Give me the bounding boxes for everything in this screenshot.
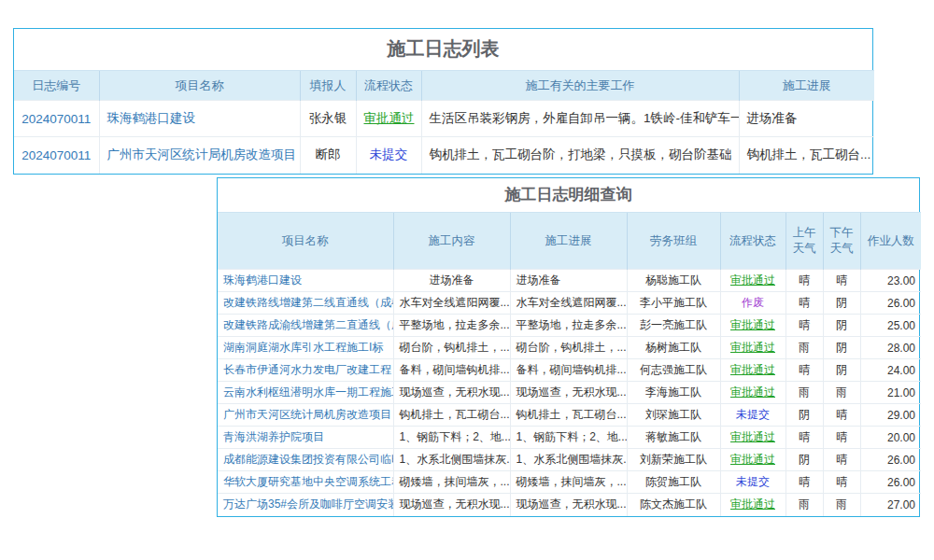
work-content-cell: 现场巡查，无积水现... <box>393 494 510 516</box>
col-header-progress: 施工进展 <box>739 71 874 101</box>
project-link[interactable]: 改建铁路成渝线增建第二直通线（成渝 <box>218 315 393 337</box>
am-weather-cell: 晴 <box>785 427 823 449</box>
log-detail-table: 项目名称 施工内容 施工进展 劳务班组 流程状态 上午天气 下午天气 作业人数 … <box>218 212 921 516</box>
status-link[interactable]: 审批通过 <box>720 315 785 337</box>
progress-cell: 砌矮墙，抹间墙灰，... <box>510 471 627 494</box>
labor-team-cell: 刘新荣施工队 <box>627 449 720 471</box>
project-link[interactable]: 广州市天河区统计局机房改造项目 <box>218 404 393 427</box>
status-link[interactable]: 审批通过 <box>356 101 421 137</box>
col-header-labor-team: 劳务班组 <box>627 213 720 270</box>
project-link[interactable]: 云南水利枢纽潜明水库一期工程施工I标 <box>218 382 393 404</box>
main-work-cell: 生活区吊装彩钢房，外雇自卸吊一辆。1铁岭-佳和铲车一台 <box>421 101 739 137</box>
am-weather-cell: 晴 <box>785 315 823 337</box>
pm-weather-cell: 晴 <box>823 449 860 471</box>
log-detail-row: 长春市伊通河水力发电厂改建工程 备料，砌间墙钩机排... 备料，砌间墙钩机排..… <box>218 359 921 382</box>
log-list-table: 日志编号 项目名称 填报人 流程状态 施工有关的主要工作 施工进展 202407… <box>14 70 874 174</box>
project-link[interactable]: 万达广场35#会所及咖啡厅空调安装工程 <box>218 494 393 516</box>
project-link[interactable]: 华软大厦研究基地中央空调系统工程 <box>218 471 393 494</box>
log-id-link[interactable]: 2024070011 <box>14 137 99 174</box>
labor-team-cell: 李小平施工队 <box>627 292 720 315</box>
worker-count-cell: 23.00 <box>860 270 921 292</box>
main-work-cell: 钩机排土，瓦工砌台阶，打地梁，只摸板，砌台阶基础 <box>421 137 739 174</box>
worker-count-cell: 27.00 <box>860 494 921 516</box>
status-link[interactable]: 审批通过 <box>720 449 785 471</box>
status-link[interactable]: 审批通过 <box>720 382 785 404</box>
worker-count-cell: 24.00 <box>860 359 921 382</box>
work-content-cell: 1、水系北侧围墙抹灰... <box>393 449 510 471</box>
status-link[interactable]: 审批通过 <box>720 427 785 449</box>
labor-team-cell: 杨树施工队 <box>627 337 720 359</box>
labor-team-cell: 彭一亮施工队 <box>627 315 720 337</box>
status-link[interactable]: 审批通过 <box>720 337 785 359</box>
log-detail-row: 万达广场35#会所及咖啡厅空调安装工程 现场巡查，无积水现... 现场巡查，无积… <box>218 494 921 516</box>
col-header-work-content: 施工内容 <box>393 213 510 270</box>
status-link[interactable]: 未提交 <box>720 404 785 427</box>
project-link[interactable]: 改建铁路线增建第二线直通线（成都- <box>218 292 393 315</box>
reporter-cell: 张永银 <box>300 101 356 137</box>
progress-cell: 钩机排土，瓦工砌台... <box>510 404 627 427</box>
log-detail-row: 珠海鹤港口建设 进场准备 进场准备 杨聪施工队 审批通过 晴 晴 23.00 <box>218 270 921 292</box>
labor-team-cell: 陈文杰施工队 <box>627 494 720 516</box>
log-id-link[interactable]: 2024070011 <box>14 101 99 137</box>
am-weather-cell: 雨 <box>785 494 823 516</box>
status-link[interactable]: 未提交 <box>356 137 421 174</box>
progress-cell: 钩机排土，瓦工砌台... <box>739 137 874 174</box>
project-link[interactable]: 长春市伊通河水力发电厂改建工程 <box>218 359 393 382</box>
project-link[interactable]: 青海洪湖养护院项目 <box>218 427 393 449</box>
worker-count-cell: 26.00 <box>860 471 921 494</box>
project-link[interactable]: 湖南洞庭湖水库引水工程施工I标 <box>218 337 393 359</box>
work-content-cell: 进场准备 <box>393 270 510 292</box>
am-weather-cell: 雨 <box>785 382 823 404</box>
col-header-reporter: 填报人 <box>300 71 356 101</box>
pm-weather-cell: 雨 <box>823 382 860 404</box>
am-weather-cell: 雨 <box>785 337 823 359</box>
progress-cell: 水车对全线遮阳网覆... <box>510 292 627 315</box>
labor-team-cell: 李海施工队 <box>627 382 720 404</box>
work-content-cell: 备料，砌间墙钩机排... <box>393 359 510 382</box>
progress-cell: 1、水系北侧围墙抹灰... <box>510 449 627 471</box>
log-detail-row: 云南水利枢纽潜明水库一期工程施工I标 现场巡查，无积水现... 现场巡查，无积水… <box>218 382 921 404</box>
status-link[interactable]: 审批通过 <box>720 270 785 292</box>
status-link[interactable]: 审批通过 <box>720 494 785 516</box>
progress-cell: 现场巡查，无积水现... <box>510 494 627 516</box>
col-header-main-work: 施工有关的主要工作 <box>421 71 739 101</box>
project-link[interactable]: 珠海鹤港口建设 <box>99 101 300 137</box>
status-link[interactable]: 审批通过 <box>720 359 785 382</box>
worker-count-cell: 26.00 <box>860 292 921 315</box>
col-header-pm-weather: 下午天气 <box>823 213 860 270</box>
log-list-title: 施工日志列表 <box>14 29 872 70</box>
log-detail-row: 广州市天河区统计局机房改造项目 钩机排土，瓦工砌台... 钩机排土，瓦工砌台..… <box>218 404 921 427</box>
progress-cell: 进场准备 <box>510 270 627 292</box>
am-weather-cell: 阴 <box>785 449 823 471</box>
pm-weather-cell: 阴 <box>823 337 860 359</box>
progress-cell: 平整场地，拉走多余... <box>510 315 627 337</box>
status-link[interactable]: 作废 <box>720 292 785 315</box>
log-detail-title: 施工日志明细查询 <box>218 178 919 212</box>
construction-log-list-panel: 施工日志列表 日志编号 项目名称 填报人 流程状态 施工有关的主要工作 施工进展… <box>13 28 873 175</box>
col-header-am-weather: 上午天气 <box>785 213 823 270</box>
col-header-log-id: 日志编号 <box>14 71 99 101</box>
pm-weather-cell: 阴 <box>823 292 860 315</box>
pm-weather-cell: 阴 <box>823 359 860 382</box>
pm-weather-cell: 晴 <box>823 270 860 292</box>
worker-count-cell: 28.00 <box>860 337 921 359</box>
pm-weather-cell: 晴 <box>823 471 860 494</box>
col-header-project-name: 项目名称 <box>99 71 300 101</box>
log-detail-row: 成都能源建设集团投资有限公司临时办 1、水系北侧围墙抹灰... 1、水系北侧围墙… <box>218 449 921 471</box>
log-list-header-row: 日志编号 项目名称 填报人 流程状态 施工有关的主要工作 施工进展 <box>14 71 874 101</box>
worker-count-cell: 26.00 <box>860 449 921 471</box>
project-link[interactable]: 广州市天河区统计局机房改造项目 <box>99 137 300 174</box>
col-header-project-name: 项目名称 <box>218 213 393 270</box>
work-content-cell: 砌矮墙，抹间墙灰，... <box>393 471 510 494</box>
progress-cell: 备料，砌间墙钩机排... <box>510 359 627 382</box>
pm-weather-cell: 晴 <box>823 427 860 449</box>
col-header-worker-count: 作业人数 <box>860 213 921 270</box>
work-content-cell: 平整场地，拉走多余... <box>393 315 510 337</box>
project-link[interactable]: 珠海鹤港口建设 <box>218 270 393 292</box>
pm-weather-cell: 雨 <box>823 494 860 516</box>
work-content-cell: 水车对全线遮阳网覆... <box>393 292 510 315</box>
project-link[interactable]: 成都能源建设集团投资有限公司临时办 <box>218 449 393 471</box>
status-link[interactable]: 未提交 <box>720 471 785 494</box>
work-content-cell: 1、钢筋下料；2、地... <box>393 427 510 449</box>
am-weather-cell: 晴 <box>785 292 823 315</box>
